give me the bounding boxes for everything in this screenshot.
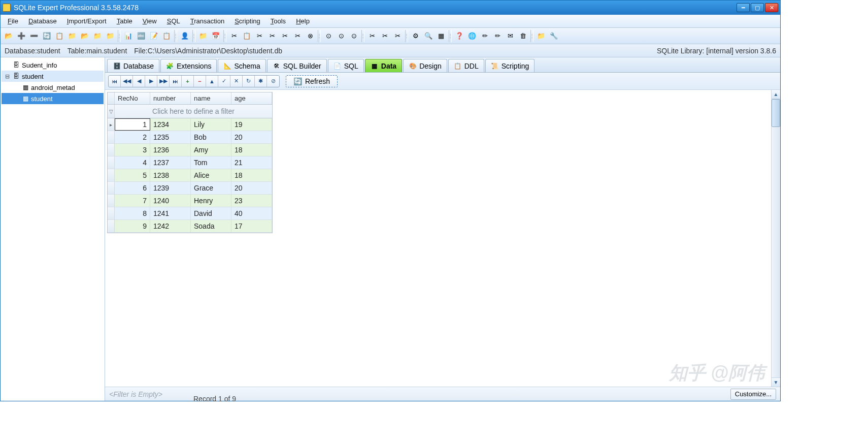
maximize-button[interactable]: ▢ — [751, 3, 764, 12]
table-row[interactable]: 41237Tom21 — [108, 156, 272, 169]
toolbar-button-37[interactable]: 🔍 — [422, 30, 435, 42]
toolbar-button-1[interactable]: ➕ — [15, 30, 27, 42]
toolbar-button-33[interactable]: ✂ — [379, 30, 391, 42]
column-header-number[interactable]: number — [150, 92, 191, 104]
data-grid[interactable]: RecNonumbernameage ▽ Click here to defin… — [107, 92, 273, 233]
toolbar-button-10[interactable]: 📊 — [122, 30, 135, 42]
toolbar-button-36[interactable]: ⚙ — [410, 30, 422, 42]
nav-button-1[interactable]: ◀◀ — [121, 76, 133, 87]
cell-number[interactable]: 1238 — [150, 169, 191, 181]
toolbar-button-5[interactable]: 📁 — [66, 30, 78, 42]
menu-table[interactable]: Table — [113, 16, 137, 26]
column-header-age[interactable]: age — [231, 92, 272, 104]
cell-recno[interactable]: 2 — [115, 131, 150, 143]
cell-name[interactable]: Bob — [191, 131, 231, 143]
tab-sqlbuilder[interactable]: 🛠SQL Builder — [267, 59, 327, 72]
table-row[interactable]: 51238Alice18 — [108, 169, 272, 182]
cell-age[interactable]: 40 — [231, 207, 272, 219]
cell-name[interactable]: Alice — [191, 169, 231, 181]
filter-row[interactable]: ▽ Click here to define a filter — [108, 105, 272, 118]
cell-number[interactable]: 1241 — [150, 207, 191, 219]
toolbar-button-43[interactable]: ✏ — [491, 30, 504, 42]
toolbar-button-20[interactable]: ✂ — [228, 30, 240, 42]
toolbar-button-17[interactable]: 📁 — [197, 30, 209, 42]
tree-node-sudentinfo[interactable]: 🗄Sudent_info — [2, 59, 104, 71]
tree-node-student[interactable]: ⊟🗄student — [2, 71, 104, 82]
table-row[interactable]: ▸11234Lily19 — [108, 118, 272, 131]
refresh-button[interactable]: 🔄 Refresh — [286, 75, 338, 87]
nav-button-5[interactable]: ⏭ — [170, 76, 182, 87]
nav-button-11[interactable]: ↻ — [243, 76, 255, 87]
tab-database[interactable]: 🗄️Database — [107, 59, 159, 72]
cell-age[interactable]: 20 — [231, 131, 272, 143]
toolbar-button-18[interactable]: 📅 — [210, 30, 222, 42]
cell-number[interactable]: 1242 — [150, 220, 191, 232]
cell-name[interactable]: Henry — [191, 195, 231, 207]
cell-recno[interactable]: 9 — [115, 220, 150, 232]
toolbar-button-6[interactable]: 📂 — [79, 30, 91, 42]
cell-number[interactable]: 1237 — [150, 156, 191, 169]
cell-recno[interactable]: 5 — [115, 169, 150, 181]
table-row[interactable]: 81241David40 — [108, 207, 272, 220]
cell-age[interactable]: 19 — [231, 118, 272, 131]
menu-help[interactable]: Help — [292, 16, 314, 26]
cell-age[interactable]: 17 — [231, 220, 272, 232]
close-button[interactable]: ✕ — [765, 3, 778, 12]
toolbar-button-24[interactable]: ✂ — [279, 30, 291, 42]
toolbar-button-41[interactable]: 🌐 — [466, 30, 478, 42]
nav-button-6[interactable]: + — [182, 76, 194, 87]
toolbar-button-45[interactable]: 🗑 — [517, 30, 529, 42]
toolbar-button-30[interactable]: ⊙ — [348, 30, 360, 42]
tab-extensions[interactable]: 🧩Extensions — [160, 59, 217, 72]
table-row[interactable]: 61239Grace20 — [108, 182, 272, 195]
toolbar-button-26[interactable]: ⊗ — [304, 30, 316, 42]
toolbar-button-21[interactable]: 📋 — [241, 30, 253, 42]
nav-button-10[interactable]: ✕ — [230, 76, 243, 87]
table-row[interactable]: 21235Bob20 — [108, 131, 272, 144]
scroll-thumb[interactable] — [772, 99, 780, 127]
menu-tools[interactable]: Tools — [266, 16, 290, 26]
tab-data[interactable]: ▦Data — [365, 59, 402, 72]
nav-button-9[interactable]: ✓ — [218, 76, 230, 87]
toolbar-button-47[interactable]: 📁 — [535, 30, 547, 42]
cell-name[interactable]: Grace — [191, 182, 231, 194]
tree-node-androidmetad[interactable]: ▦android_metad — [2, 82, 104, 93]
toolbar-button-40[interactable]: ❓ — [453, 30, 465, 42]
cell-name[interactable]: Amy — [191, 144, 231, 156]
cell-name[interactable]: Tom — [191, 156, 231, 169]
toolbar-button-38[interactable]: ▦ — [435, 30, 447, 42]
toolbar-button-28[interactable]: ⊙ — [322, 30, 335, 42]
cell-number[interactable]: 1239 — [150, 182, 191, 194]
toolbar-button-4[interactable]: 📋 — [53, 30, 65, 42]
cell-age[interactable]: 20 — [231, 182, 272, 194]
toolbar-button-23[interactable]: ✂ — [266, 30, 278, 42]
tab-schema[interactable]: 📐Schema — [218, 59, 265, 72]
nav-button-4[interactable]: ▶▶ — [157, 76, 170, 87]
minimize-button[interactable]: ━ — [737, 3, 750, 12]
scroll-up-icon[interactable]: ▲ — [772, 90, 780, 99]
vertical-scrollbar[interactable]: ▲ ▼ — [771, 90, 780, 387]
cell-number[interactable]: 1236 — [150, 144, 191, 156]
nav-button-13[interactable]: ⊘ — [267, 76, 279, 87]
column-header-recno[interactable]: RecNo — [115, 92, 150, 104]
toolbar-button-34[interactable]: ✂ — [391, 30, 404, 42]
toolbar-button-25[interactable]: ✂ — [291, 30, 304, 42]
tab-ddl[interactable]: 📋DDL — [448, 59, 484, 72]
nav-button-2[interactable]: ◀ — [133, 76, 145, 87]
cell-recno[interactable]: 7 — [115, 195, 150, 207]
cell-number[interactable]: 1234 — [150, 118, 191, 131]
tab-design[interactable]: 🎨Design — [403, 59, 447, 72]
nav-button-7[interactable]: − — [194, 76, 206, 87]
nav-button-0[interactable]: ⏮ — [109, 76, 121, 87]
cell-name[interactable]: David — [191, 207, 231, 219]
cell-recno[interactable]: 8 — [115, 207, 150, 219]
cell-recno[interactable]: 6 — [115, 182, 150, 194]
cell-number[interactable]: 1240 — [150, 195, 191, 207]
nav-button-8[interactable]: ▲ — [206, 76, 218, 87]
menu-file[interactable]: File — [4, 16, 22, 26]
menu-sql[interactable]: SQL — [163, 16, 184, 26]
cell-age[interactable]: 21 — [231, 156, 272, 169]
customize-button[interactable]: Customize... — [730, 389, 776, 400]
toolbar-button-42[interactable]: ✏ — [479, 30, 491, 42]
cell-recno[interactable]: 1 — [115, 118, 150, 131]
